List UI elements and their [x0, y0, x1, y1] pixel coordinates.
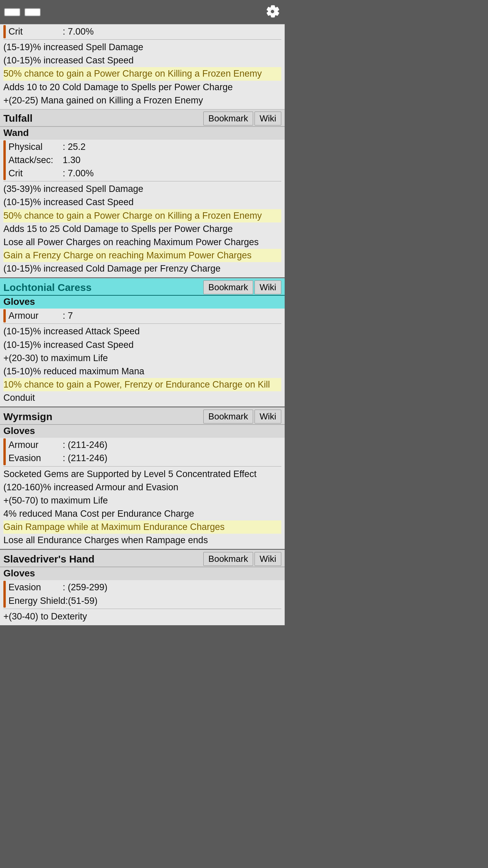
item-type: Wand	[0, 127, 285, 140]
mod-row: Lose all Endurance Charges when Rampage …	[3, 534, 281, 547]
orange-bar	[3, 140, 6, 180]
items-container: TulfallBookmarkWikiWandPhysical : 25.2At…	[0, 109, 285, 625]
stat-crit-value: : 7.00%	[63, 25, 94, 38]
stat-label: Crit	[8, 167, 63, 180]
stat-label: Attack/sec:	[8, 154, 63, 167]
mod-row: Adds 15 to 25 Cold Damage to Spells per …	[3, 222, 281, 236]
item-header: Lochtonial CaressBookmarkWiki	[0, 278, 285, 296]
mod-row-yellow: 50% chance to gain a Power Charge on Kil…	[3, 67, 281, 80]
item-header-buttons: BookmarkWiki	[203, 112, 281, 125]
mod-row-yellow: 50% chance to gain a Power Charge on Kil…	[3, 209, 281, 222]
item-bookmark-button[interactable]: Bookmark	[203, 410, 253, 423]
stat-row: Armour : 7	[8, 309, 281, 322]
item-header-buttons: BookmarkWiki	[203, 552, 281, 566]
stat-row: Armour : (211-246)	[8, 438, 281, 452]
orange-bar	[3, 438, 6, 465]
mod-row: +(50-70) to maximum Life	[3, 494, 281, 507]
item-name: Slavedriver's Hand	[3, 553, 95, 565]
mod-row: (10-15)% increased Cast Speed	[3, 54, 281, 67]
orange-bar	[3, 581, 6, 607]
stat-label: Armour	[8, 438, 63, 452]
mod-row: (15-10)% reduced maximum Mana	[3, 365, 281, 378]
stat-value: : (211-246)	[63, 438, 107, 452]
mod-row: +(20-30) to maximum Life	[3, 352, 281, 365]
stats-content: Armour : 7	[8, 309, 281, 322]
item-mods-section: Armour : 7(10-15)% increased Attack Spee…	[0, 309, 285, 407]
item-type: Gloves	[0, 296, 285, 309]
stat-divider	[3, 609, 281, 609]
stat-value: 1.30	[63, 154, 81, 167]
stat-value: : 25.2	[63, 140, 86, 154]
stats-content: Armour : (211-246)Evasion : (211-246)	[8, 438, 281, 465]
item-card: WyrmsignBookmarkWikiGlovesArmour : (211-…	[0, 407, 285, 549]
stat-divider	[3, 466, 281, 467]
stat-row: Physical : 25.2	[8, 140, 281, 154]
stat-label: Physical	[8, 140, 63, 154]
item-header: TulfallBookmarkWiki	[0, 110, 285, 127]
stat-value: : (211-246)	[63, 452, 107, 465]
mod-row-yellow: Gain a Frenzy Charge on reaching Maximum…	[3, 249, 281, 262]
mod-row: +(30-40) to Dexterity	[3, 610, 281, 623]
search-button[interactable]	[24, 8, 41, 16]
item-wiki-button[interactable]: Wiki	[255, 552, 281, 566]
stat-value: (51-59)	[68, 594, 98, 608]
stat-divider	[3, 181, 281, 181]
item-header: Slavedriver's HandBookmarkWiki	[0, 550, 285, 567]
partial-item-card: Crit : 7.00% (15-19)% increased Spell Da…	[0, 24, 285, 109]
item-mods-section: Evasion : (259-299)Energy Shield: (51-59…	[0, 580, 285, 625]
item-header: WyrmsignBookmarkWiki	[0, 408, 285, 425]
left-bar: Evasion : (259-299)Energy Shield: (51-59…	[3, 581, 281, 607]
mod-row: Adds 10 to 20 Cold Damage to Spells per …	[3, 81, 281, 94]
left-bar: Armour : (211-246)Evasion : (211-246)	[3, 438, 281, 465]
item-header-buttons: BookmarkWiki	[203, 410, 281, 423]
item-header-buttons: BookmarkWiki	[203, 280, 281, 294]
orange-bar	[3, 309, 6, 322]
stat-value: : 7.00%	[63, 167, 94, 180]
mod-row: (120-160)% increased Armour and Evasion	[3, 481, 281, 494]
stat-value: : 7	[63, 309, 73, 322]
item-mods-section: Physical : 25.2Attack/sec: 1.30Crit : 7.…	[0, 140, 285, 277]
partial-stat-crit: Crit : 7.00%	[8, 25, 281, 38]
header	[0, 0, 285, 24]
mod-row: +(20-25) Mana gained on Killing a Frozen…	[3, 94, 281, 107]
stat-row: Evasion : (211-246)	[8, 452, 281, 465]
stat-divider	[3, 39, 281, 40]
item-bookmark-button[interactable]: Bookmark	[203, 552, 253, 566]
mod-row: (10-15)% increased Attack Speed	[3, 325, 281, 338]
item-wiki-button[interactable]: Wiki	[255, 280, 281, 294]
item-card: Slavedriver's HandBookmarkWikiGlovesEvas…	[0, 550, 285, 625]
stat-label: Armour	[8, 309, 63, 322]
stats-content: Evasion : (259-299)Energy Shield: (51-59…	[8, 581, 281, 607]
item-name: Tulfall	[3, 113, 33, 124]
item-card: Lochtonial CaressBookmarkWikiGlovesArmou…	[0, 278, 285, 407]
item-bookmark-button[interactable]: Bookmark	[203, 280, 253, 294]
item-type: Gloves	[0, 425, 285, 438]
item-name: Wyrmsign	[3, 411, 52, 422]
mod-row: 4% reduced Mana Cost per Endurance Charg…	[3, 507, 281, 520]
mod-row-yellow: 10% chance to gain a Power, Frenzy or En…	[3, 378, 281, 391]
item-wiki-button[interactable]: Wiki	[255, 112, 281, 125]
settings-button[interactable]	[264, 3, 281, 21]
gear-icon	[264, 3, 281, 20]
stat-label: Evasion	[8, 581, 63, 594]
partial-stats-content: Crit : 7.00%	[8, 25, 281, 38]
mod-row: (10-15)% increased Cold Damage per Frenz…	[3, 262, 281, 275]
orange-bar	[3, 25, 6, 38]
stat-row: Evasion : (259-299)	[8, 581, 281, 594]
item-type: Gloves	[0, 567, 285, 580]
item-mods-section: Armour : (211-246)Evasion : (211-246)Soc…	[0, 438, 285, 549]
partial-stats-bar: Crit : 7.00%	[3, 25, 281, 38]
stat-row: Crit : 7.00%	[8, 167, 281, 180]
mod-row: (10-15)% increased Cast Speed	[3, 196, 281, 209]
item-wiki-button[interactable]: Wiki	[255, 410, 281, 423]
item-bookmark-button[interactable]: Bookmark	[203, 112, 253, 125]
mod-row: (35-39)% increased Spell Damage	[3, 182, 281, 196]
stat-crit-label: Crit	[8, 25, 63, 38]
stat-divider	[3, 323, 281, 324]
mod-row: (10-15)% increased Cast Speed	[3, 338, 281, 352]
stat-row: Energy Shield: (51-59)	[8, 594, 281, 608]
mod-row: (15-19)% increased Spell Damage	[3, 41, 281, 54]
mod-row: Lose all Power Charges on reaching Maxim…	[3, 236, 281, 249]
bookmark-button[interactable]	[4, 8, 20, 16]
mod-row-yellow: Gain Rampage while at Maximum Endurance …	[3, 520, 281, 534]
